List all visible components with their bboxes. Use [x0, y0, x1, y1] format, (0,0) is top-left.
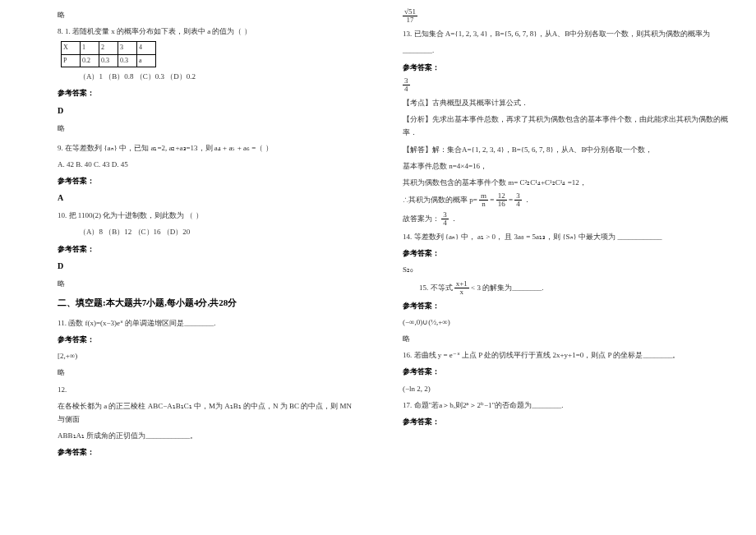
q10-stem: 10. 把 1100(2) 化为十进制数，则此数为 （ ） — [58, 209, 353, 222]
answer-label: 参考答案： — [58, 174, 353, 187]
combo-expr: C²₂C¹₄+C¹₂C¹₄ — [520, 178, 566, 187]
answer-label: 参考答案： — [58, 445, 353, 459]
t-c: 3 — [118, 42, 137, 54]
q13-stem: 13. 已知集合 A={1, 2, 3, 4}，B={5, 6, 7, 8}，从… — [403, 27, 731, 40]
q10-options: （A）8 （B）12 （C）16 （D）20 — [58, 225, 353, 238]
t-c: 0.3 — [99, 54, 118, 67]
q16-answer: (−ln 2, 2) — [403, 382, 731, 395]
q13-blank: ________. — [403, 44, 731, 57]
skip-text: 略 — [58, 366, 353, 379]
text: 其积为偶数包含的基本事件个数 m= — [403, 178, 518, 187]
section-2-heading: 二、填空题:本大题共7小题,每小题4分,共28分 — [58, 295, 353, 311]
frac-den: 16 — [496, 201, 507, 208]
frac-den: 4 — [441, 219, 449, 227]
answer-label: 参考答案： — [403, 365, 731, 378]
t-c: a — [137, 54, 156, 67]
q13-jie4: ∴其积为偶数的概率 p= mn = 1216 = 34 ． — [403, 192, 731, 208]
answer-label: 参考答案： — [403, 299, 731, 312]
q15-stem: 15. 不等式 x+1x < 3 的解集为________. — [403, 280, 731, 296]
q8-answer: D — [58, 104, 353, 118]
skip-text: 略 — [58, 8, 353, 21]
q15-answer: (−∞,0)∪(½,+∞) — [403, 316, 731, 329]
answer-label: 参考答案： — [403, 247, 731, 260]
frac-den: 4 — [403, 85, 410, 93]
answer-label: 参考答案： — [403, 415, 731, 428]
eq: = — [490, 196, 494, 204]
text: < 3 的解集为________. — [471, 283, 543, 291]
q10-answer: D — [58, 259, 353, 274]
text: 15. 不等式 — [419, 283, 453, 291]
t-h: X — [62, 42, 81, 54]
t-c: 0.2 — [81, 54, 99, 67]
q12-line2: ABB₁A₁ 所成角的正切值为____________。 — [58, 429, 353, 442]
frac-den: n — [479, 201, 488, 208]
skip-text: 略 — [58, 122, 353, 135]
frac-den: x — [454, 288, 469, 296]
skip-text: 略 — [58, 277, 353, 290]
t-c: 1 — [81, 42, 99, 54]
text: 故答案为： — [403, 214, 440, 223]
text: a₁ > 0， — [477, 233, 503, 241]
text: 14. 等差数列 {aₙ} 中， — [403, 233, 476, 241]
answer-label: 参考答案： — [58, 86, 353, 99]
q9-options: A. 42 B. 40 C. 43 D. 45 — [58, 158, 353, 171]
dot: ． — [523, 196, 531, 204]
q9-stem: 9. 在等差数列 {aₙ} 中，已知 a₁=2, a₂+a₃=13，则 a₄ +… — [58, 141, 353, 155]
q12-answer-fraction: √5117 — [403, 8, 731, 24]
t-h: P — [62, 54, 81, 67]
q13-jie1: 【解答】解：集合A={1, 2, 3, 4}，B={5, 6, 7, 8}，从A… — [403, 143, 731, 156]
q13-jie2: 基本事件总数 n=4×4=16， — [403, 159, 731, 173]
q9-answer: A — [58, 191, 353, 205]
q11-answer: [2,+∞) — [58, 349, 353, 362]
q13-jie5: 故答案为： 34 ． — [403, 211, 731, 227]
eq: = — [509, 196, 513, 204]
q12-number: 12. — [58, 383, 353, 396]
q13-kdian: 【考点】古典概型及其概率计算公式． — [403, 96, 731, 109]
frac-den: 17 — [403, 16, 417, 24]
q13-fenxi: 【分析】先求出基本事件总数，再求了其积为偶数包含的基本事件个数，由此能求出其积为… — [403, 113, 731, 139]
q12-line1: 在各棱长都为 a 的正三棱柱 ABC−A₁B₁C₁ 中，M为 A₁B₁ 的中点，… — [58, 399, 353, 426]
q13-jie3: 其积为偶数包含的基本事件个数 m= C²₂C¹₄+C¹₂C¹₄ =12， — [403, 176, 731, 189]
q16-stem: 16. 若曲线 y = e⁻ˣ 上点 P 处的切线平行于直线 2x+y+1=0，… — [403, 348, 731, 362]
q11-stem: 11. 函数 f(x)=(x−3)eˣ 的单调递增区间是________. — [58, 316, 353, 330]
t-c: 0.3 — [118, 54, 137, 67]
q13-answer-fraction: 34 — [403, 77, 731, 93]
q8-options: （A）1 （B）0.8 （C）0.3 （D）0.2 — [58, 70, 353, 83]
q8-table: X 1 2 3 4 P 0.2 0.3 0.3 a — [61, 41, 156, 67]
answer-label: 参考答案： — [403, 61, 731, 74]
t-c: 2 — [99, 42, 118, 54]
q17-stem: 17. 命题"若a＞b,则2ᵃ＞2ᵇ−1"的否命题为________. — [403, 399, 731, 412]
text: =12， — [568, 178, 587, 187]
text: 且 3a₈ = 5a₁₃，则 {Sₙ} 中最大项为 ____________ — [505, 233, 662, 241]
text: ∴其积为偶数的概率 p= — [403, 196, 477, 204]
q14-stem: 14. 等差数列 {aₙ} 中， a₁ > 0， 且 3a₈ = 5a₁₃，则 … — [403, 230, 731, 243]
q8-stem: 8. 1. 若随机变量 x 的概率分布如下表，则表中 a 的值为（ ） — [58, 25, 353, 38]
dot: ． — [450, 214, 458, 223]
q14-answer: S₂₀ — [403, 263, 731, 276]
answer-label: 参考答案： — [58, 333, 353, 346]
frac-den: 4 — [514, 201, 522, 208]
t-c: 4 — [137, 42, 156, 54]
skip-text: 略 — [403, 332, 731, 345]
answer-label: 参考答案： — [58, 242, 353, 256]
